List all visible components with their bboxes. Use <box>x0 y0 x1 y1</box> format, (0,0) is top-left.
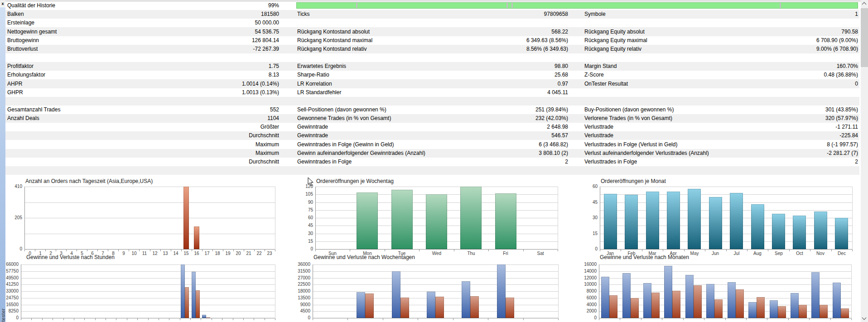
stat-value: 160.70% <box>729 62 858 71</box>
stat-value: 97809658 <box>458 10 568 19</box>
stat-value: 546.57 <box>458 131 568 140</box>
x-axis-label: Sep <box>772 251 786 256</box>
scroll-down-button[interactable] <box>861 315 868 322</box>
y-axis-label: 66000 <box>0 262 19 267</box>
stat-value: 1.75 <box>176 62 279 71</box>
x-axis-label: Jun <box>709 251 722 256</box>
strategy-tester-tab[interactable] <box>0 7 5 322</box>
table-row[interactable]: Bruttogewinn126 804.14Rückgang Kontostan… <box>5 36 859 45</box>
stat-label: Bruttogewinn <box>7 36 175 45</box>
x-axis-tick <box>789 250 790 251</box>
table-row[interactable]: DurchschnittGewinntrade546.57Verlusttrad… <box>5 131 859 140</box>
bar <box>772 214 785 249</box>
table-row-quality[interactable]: Qualität der Historie 99% <box>5 1 859 10</box>
scroll-up-button[interactable] <box>861 0 868 7</box>
table-row[interactable]: Ersteinlage50 000.00 <box>5 19 859 27</box>
stat-label: Verlust aufeinanderfolgender Verlusttrad… <box>584 149 728 158</box>
close-icon[interactable]: x <box>0 1 5 7</box>
x-axis-tick <box>747 250 747 251</box>
table-row[interactable]: Gesamtanzahl Trades552Sell-Positionen (d… <box>5 106 859 114</box>
bar <box>495 193 516 249</box>
y-axis-label: 30 <box>289 231 313 236</box>
stat-value: 8.13 <box>176 71 279 79</box>
stat-value: 8.56% (6 349.63) <box>458 45 568 53</box>
x-axis-label: Oct <box>793 251 806 256</box>
profit-bar <box>833 283 841 318</box>
x-axis-tick <box>851 318 852 320</box>
bar <box>667 192 680 249</box>
table-row[interactable]: GrößterGewinntrade2 648.98Verlusttrade-1… <box>5 123 859 131</box>
table-row[interactable]: Anzahl Deals1104Gewonnene Trades (in % v… <box>5 114 859 123</box>
y-axis-label: 49500 <box>0 275 19 280</box>
profit-bar <box>770 300 778 318</box>
x-axis-tick <box>265 318 265 320</box>
x-axis-tick <box>558 318 559 320</box>
stat-value: 54 536.75 <box>176 27 279 36</box>
table-row[interactable]: Erholungsfaktor8.13Sharpe-Ratio25.68Z-Sc… <box>5 71 859 79</box>
x-axis-label: 23 <box>263 251 276 256</box>
y-axis-label: 0 <box>289 246 313 251</box>
stat-value: 568.22 <box>458 27 568 36</box>
y-axis-label: 60 <box>574 184 598 189</box>
table-row[interactable]: Nettogewinn gesamt54 536.75Rückgang Kont… <box>5 27 859 36</box>
table-row[interactable]: Balken181580Ticks97809658Symbole1 <box>5 10 859 19</box>
stat-value: 0 <box>729 79 858 88</box>
x-axis-tick <box>683 318 684 320</box>
table-row[interactable]: DurchschnittGewinntrades in Folge2Verlus… <box>5 158 859 166</box>
stat-label: GHPR <box>7 88 175 97</box>
x-axis-line <box>315 249 558 250</box>
x-axis-tick <box>809 318 810 320</box>
stat-value: Maximum <box>176 140 279 149</box>
stat-value: 251 (39.84%) <box>458 106 568 114</box>
x-axis-tick <box>63 318 64 320</box>
loss-bar <box>799 305 807 318</box>
table-row[interactable]: AHPR1.0014 (0.14%)LR Korrelation0.97OnTe… <box>5 79 859 88</box>
x-axis-tick <box>137 318 138 320</box>
plot-right-border <box>852 187 853 250</box>
stat-label: Erwartetes Ergebnis <box>297 62 457 71</box>
stat-value: 4 045.11 <box>458 88 568 97</box>
bar <box>814 211 827 249</box>
table-row[interactable]: Bruttoverlust-72 267.39Rückgang Kontosta… <box>5 45 859 53</box>
stat-label: Anzahl Deals <box>7 114 175 123</box>
scrollbar-thumb[interactable] <box>861 8 868 67</box>
chart-title: Gewinne und Verluste nach Wochentagen <box>313 254 415 260</box>
y-axis-line <box>315 187 316 250</box>
y-axis-label: 0 <box>287 315 310 320</box>
bar <box>751 204 764 249</box>
gridline <box>24 202 275 203</box>
x-axis-tick <box>704 318 704 320</box>
stat-label: Rückgang Kontostand relativ <box>297 45 457 53</box>
y-axis-line <box>600 187 600 250</box>
profit-bar <box>728 282 736 318</box>
stat-label: LR Korrelation <box>297 79 457 88</box>
stat-label: OnTester Resultat <box>584 79 728 88</box>
table-row[interactable]: MaximumGewinn aufeinanderfolgender Gewin… <box>5 149 859 158</box>
x-axis-tick <box>453 318 453 320</box>
loss-bar <box>196 290 200 318</box>
x-axis-tick <box>313 318 313 320</box>
stat-label: Rückgang Equity maximal <box>584 36 728 45</box>
vertical-scrollbar[interactable] <box>861 0 868 322</box>
quality-bar-gap <box>511 3 513 8</box>
stat-value: Durchschnitt <box>176 131 279 140</box>
quality-bar-gap <box>506 3 508 8</box>
table-row[interactable] <box>5 53 859 62</box>
table-row[interactable]: GHPR1.0013 (0.13%)LR Standardfehler4 045… <box>5 88 859 97</box>
y-axis-line <box>313 264 313 318</box>
table-row[interactable] <box>5 97 859 106</box>
stat-label: Verlusttrades in Folge <box>584 158 728 166</box>
y-axis-label: 6000 <box>573 295 597 300</box>
x-axis-tick <box>385 250 385 251</box>
gridline <box>313 278 558 279</box>
table-row[interactable] <box>5 166 859 175</box>
table-row[interactable]: Profitfaktor1.75Erwartetes Ergebnis98.80… <box>5 62 859 71</box>
stat-value: 126 804.14 <box>176 36 279 45</box>
table-row[interactable]: MaximumGewinntrades in Folge (Gewinn in … <box>5 140 859 149</box>
loss-bar <box>714 299 723 318</box>
stat-label: AHPR <box>7 79 175 88</box>
y-axis-label: 105 <box>289 192 313 197</box>
chart-title: Ordereröffnungen je Wochentag <box>316 178 394 184</box>
x-axis-tick <box>233 318 233 320</box>
loss-bar <box>631 298 639 318</box>
